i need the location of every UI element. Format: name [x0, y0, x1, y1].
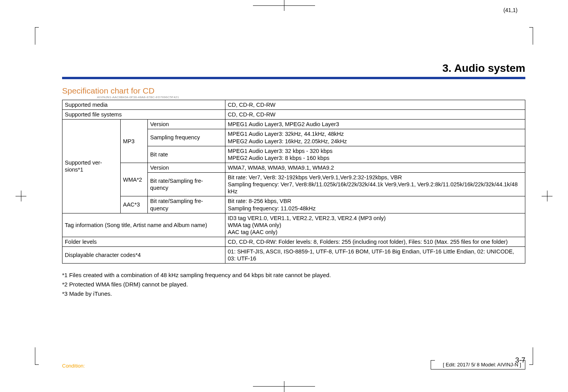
title-rule [62, 77, 525, 79]
cell-mp3-version-label: Version [148, 120, 225, 129]
cell-wma-version-value: WMA7, WMA8, WMA9, WMA9.1, WMA9.2 [225, 163, 525, 172]
footer-edit-text: Edit: 2017/ 5/ 8 Model: AIVINJ-N ] [446, 362, 521, 368]
footnote-1: *1 Files created with a combination of 4… [62, 271, 525, 280]
crop-mark-top [253, 0, 315, 11]
footnote-2: *2 Protected WMA files (DRM) cannot be p… [62, 280, 525, 289]
bracket-top-left-h [35, 27, 39, 28]
registration-mark-left [16, 191, 26, 201]
section-title: Specification chart for CD [62, 86, 525, 95]
bracket-top-right-h [529, 27, 533, 28]
cell-charcodes-label: Displayable character codes*4 [62, 247, 225, 264]
table-row: Displayable character codes*4 01: SHIFT-… [62, 247, 525, 264]
cell-mp3-version-value: MPEG1 Audio Layer3, MPEG2 Audio Layer3 [225, 120, 525, 129]
bracket-bottom-left-h [35, 364, 39, 365]
table-row: Folder levels CD, CD-R, CD-RW: Folder le… [62, 237, 525, 247]
cell-folder-label: Folder levels [62, 237, 225, 247]
table-row: Supported file systems CD, CD-R, CD-RW [62, 110, 525, 120]
bracket-bottom-right-h [529, 364, 533, 365]
cell-wma-label: WMA*2 [121, 163, 148, 196]
cell-supported-fs-value: CD, CD-R, CD-RW [225, 110, 525, 120]
footer-edit-info: [ Edit: 2017/ 5/ 8 Model: AIVINJ-N ] [431, 360, 525, 369]
cell-aac-brsf-label: Bit rate/Sampling fre- quency [148, 196, 225, 213]
crop-mark-bottom [253, 381, 315, 392]
table-row: WMA*2 Version WMA7, WMA8, WMA9, WMA9.1, … [62, 163, 525, 172]
cell-supported-media-label: Supported media [62, 100, 225, 110]
cell-tag-value: ID3 tag VER1.0, VER1.1, VER2.2, VER2.3, … [225, 213, 525, 237]
cell-wma-version-label: Version [148, 163, 225, 172]
page-coordinate: (41,1) [503, 7, 518, 13]
cell-mp3-sampling-label: Sampling frequency [148, 129, 225, 146]
footnote-3: *3 Made by iTunes. [62, 289, 525, 298]
cell-supported-fs-label: Supported file systems [62, 110, 225, 120]
page-content: 3. Audio system Specification chart for … [62, 62, 525, 298]
registration-mark-right [542, 191, 552, 201]
cell-aac-label: AAC*3 [121, 196, 148, 213]
cell-wma-brsf-value: Bit rate: Ver7, Ver8: 32-192kbps Ver9,Ve… [225, 173, 525, 196]
cell-tag-label: Tag information (Song title, Artist name… [62, 213, 225, 237]
cell-wma-brsf-label: Bit rate/Sampling fre- quency [148, 173, 225, 196]
document-id: AIVINJN1-AAC8B434-0F38-48A8-87BC-ED7696C… [97, 95, 525, 99]
cell-charcodes-value: 01: SHIFT-JIS, ASCII, ISO-8859-1, UTF-8,… [225, 247, 525, 264]
cell-supported-media-value: CD, CD-R, CD-RW [225, 100, 525, 110]
cell-folder-value: CD, CD-R, CD-RW: Folder levels: 8, Folde… [225, 237, 525, 247]
footer-condition: Condition: [62, 363, 85, 369]
cell-mp3-bitrate-label: Bit rate [148, 146, 225, 163]
table-row: Supported media CD, CD-R, CD-RW [62, 100, 525, 110]
bracket-bottom-right [526, 347, 533, 365]
cell-aac-brsf-value: Bit rate: 8-256 kbps, VBR Sampling frequ… [225, 196, 525, 213]
bracket-bottom-left [35, 347, 42, 365]
chapter-title: 3. Audio system [62, 62, 525, 75]
specification-table: Supported media CD, CD-R, CD-RW Supporte… [62, 100, 525, 264]
table-row: AAC*3 Bit rate/Sampling fre- quency Bit … [62, 196, 525, 213]
bracket-top-left [35, 27, 42, 45]
cell-supported-versions-label: Supported ver- sions*1 [62, 120, 121, 213]
footnotes: *1 Files created with a combination of 4… [62, 271, 525, 298]
table-row: Tag information (Song title, Artist name… [62, 213, 525, 237]
table-row: Supported ver- sions*1 MP3 Version MPEG1… [62, 120, 525, 129]
cell-mp3-sampling-value: MPEG1 Audio Layer3: 32kHz, 44.1kHz, 48kH… [225, 129, 525, 146]
cell-mp3-bitrate-value: MPEG1 Audio Layer3: 32 kbps - 320 kbps M… [225, 146, 525, 163]
cell-mp3-label: MP3 [121, 120, 148, 163]
bracket-top-right [526, 27, 533, 45]
